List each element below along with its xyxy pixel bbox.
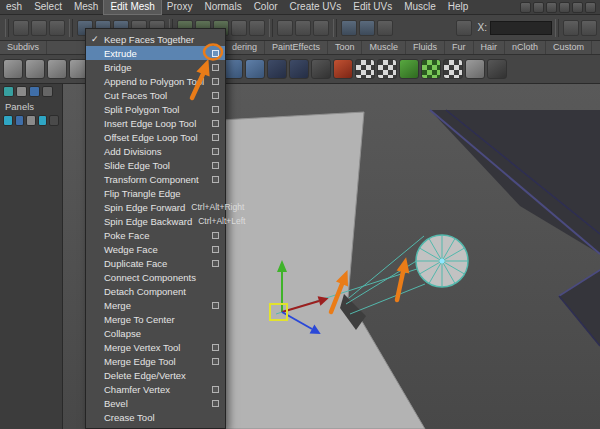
menu-edit-uvs[interactable]: Edit UVs bbox=[347, 0, 398, 14]
menu-item-spin-edge-forward[interactable]: Spin Edge ForwardCtrl+Alt+Right bbox=[86, 200, 225, 214]
option-box-icon[interactable] bbox=[212, 78, 219, 85]
menu-item-collapse[interactable]: Collapse bbox=[86, 326, 225, 340]
menu-item-keep-faces-together[interactable]: ✓Keep Faces Together bbox=[86, 32, 225, 46]
subdiv-sphere-icon[interactable] bbox=[223, 59, 243, 79]
x-coordinate-input[interactable] bbox=[490, 21, 552, 35]
option-box-icon[interactable] bbox=[212, 260, 219, 267]
menu-item-cut-faces-tool[interactable]: Cut Faces Tool bbox=[86, 88, 225, 102]
render-view-icon[interactable] bbox=[49, 115, 59, 126]
displacement-icon[interactable] bbox=[443, 59, 463, 79]
toolbar-icon[interactable] bbox=[585, 2, 596, 13]
toolbar-icon[interactable] bbox=[520, 2, 531, 13]
shelf-tab-muscle[interactable]: Muscle bbox=[362, 41, 406, 54]
menu-item-merge-vertex-tool[interactable]: Merge Vertex Tool bbox=[86, 340, 225, 354]
option-box-icon[interactable] bbox=[212, 106, 219, 113]
shelf-tab-painteffects[interactable]: PaintEffects bbox=[265, 41, 328, 54]
menu-item-poke-face[interactable]: Poke Face bbox=[86, 228, 225, 242]
lambert-material-icon[interactable] bbox=[421, 59, 441, 79]
camera-icon[interactable] bbox=[311, 59, 331, 79]
option-box-icon[interactable] bbox=[212, 344, 219, 351]
shelf-tab-toon[interactable]: Toon bbox=[328, 41, 363, 54]
option-box-icon[interactable] bbox=[212, 232, 219, 239]
section-divider[interactable] bbox=[69, 19, 73, 37]
option-box-icon[interactable] bbox=[212, 50, 219, 57]
menu-select[interactable]: Select bbox=[28, 0, 68, 14]
ipr-render-icon[interactable] bbox=[359, 20, 375, 36]
shelf-tab-custom[interactable]: Custom bbox=[546, 41, 592, 54]
option-box-icon[interactable] bbox=[212, 162, 219, 169]
shelf-tab-fur[interactable]: Fur bbox=[445, 41, 474, 54]
menu-item-bevel[interactable]: Bevel bbox=[86, 396, 225, 410]
hypergraph-icon[interactable] bbox=[38, 115, 48, 126]
option-box-icon[interactable] bbox=[212, 246, 219, 253]
menu-item-flip-triangle-edge[interactable]: Flip Triangle Edge bbox=[86, 186, 225, 200]
menu-item-spin-edge-backward[interactable]: Spin Edge BackwardCtrl+Alt+Left bbox=[86, 214, 225, 228]
menu-item-extrude[interactable]: Extrude bbox=[86, 46, 225, 60]
menu-color[interactable]: Color bbox=[248, 0, 284, 14]
render-settings-icon[interactable] bbox=[377, 20, 393, 36]
section-divider[interactable] bbox=[333, 19, 337, 37]
single-pane-layout-icon[interactable] bbox=[3, 86, 14, 97]
section-divider[interactable] bbox=[269, 19, 273, 37]
menu-edit-mesh[interactable]: Edit Mesh bbox=[104, 0, 160, 14]
menu-item-duplicate-face[interactable]: Duplicate Face bbox=[86, 256, 225, 270]
option-box-icon[interactable] bbox=[212, 358, 219, 365]
menu-normals[interactable]: Normals bbox=[198, 0, 247, 14]
nurbs-circle-icon[interactable] bbox=[267, 59, 287, 79]
persp-outliner-layout-icon[interactable] bbox=[29, 86, 40, 97]
toolbar-icon[interactable] bbox=[546, 2, 557, 13]
spot-light-icon[interactable] bbox=[333, 59, 353, 79]
menu-create-uvs[interactable]: Create UVs bbox=[284, 0, 348, 14]
menu-item-delete-edge-vertex[interactable]: Delete Edge/Vertex bbox=[86, 368, 225, 382]
menu-item-crease-tool[interactable]: Crease Tool bbox=[86, 410, 225, 424]
menu-item-merge[interactable]: Merge bbox=[86, 298, 225, 312]
ramp-texture-icon[interactable] bbox=[377, 59, 397, 79]
utility-node-icon[interactable] bbox=[465, 59, 485, 79]
shelf-tab-rendering[interactable]: dering bbox=[225, 41, 265, 54]
menu-muscle[interactable]: Muscle bbox=[398, 0, 442, 14]
toolbar-icon[interactable] bbox=[559, 2, 570, 13]
four-pane-layout-icon[interactable] bbox=[16, 86, 27, 97]
graph-editor-icon[interactable] bbox=[26, 115, 36, 126]
menu-item-transform-component[interactable]: Transform Component bbox=[86, 172, 225, 186]
construction-history-icon[interactable] bbox=[313, 20, 329, 36]
poly-cylinder-icon[interactable] bbox=[47, 59, 67, 79]
menu-item-merge-edge-tool[interactable]: Merge Edge Tool bbox=[86, 354, 225, 368]
output-connections-icon[interactable] bbox=[295, 20, 311, 36]
option-box-icon[interactable] bbox=[212, 148, 219, 155]
perspective-view-icon[interactable] bbox=[3, 115, 13, 126]
menu-item-detach-component[interactable]: Detach Component bbox=[86, 284, 225, 298]
section-divider[interactable] bbox=[5, 19, 9, 37]
menu-item-offset-edge-loop-tool[interactable]: Offset Edge Loop Tool bbox=[86, 130, 225, 144]
open-scene-icon[interactable] bbox=[31, 20, 47, 36]
attribute-editor-toggle-icon[interactable] bbox=[563, 20, 579, 36]
option-box-icon[interactable] bbox=[212, 120, 219, 127]
option-box-icon[interactable] bbox=[212, 176, 219, 183]
blinn-material-icon[interactable] bbox=[399, 59, 419, 79]
channel-box-toggle-icon[interactable] bbox=[581, 20, 597, 36]
option-box-icon[interactable] bbox=[212, 64, 219, 71]
menu-item-bridge[interactable]: Bridge bbox=[86, 60, 225, 74]
menu-help[interactable]: Help bbox=[442, 0, 475, 14]
toolbar-icon[interactable] bbox=[533, 2, 544, 13]
hypershade-layout-icon[interactable] bbox=[42, 86, 53, 97]
poly-sphere-icon[interactable] bbox=[25, 59, 45, 79]
checker-texture-icon[interactable] bbox=[355, 59, 375, 79]
nurbs-square-icon[interactable] bbox=[289, 59, 309, 79]
toolbar-icon[interactable] bbox=[572, 2, 583, 13]
outliner-panel-icon[interactable] bbox=[15, 115, 25, 126]
menu-proxy[interactable]: Proxy bbox=[161, 0, 199, 14]
menu-item-chamfer-vertex[interactable]: Chamfer Vertex bbox=[86, 382, 225, 396]
menu-mesh-partial[interactable]: esh bbox=[0, 0, 28, 14]
render-current-frame-icon[interactable] bbox=[341, 20, 357, 36]
menu-item-wedge-face[interactable]: Wedge Face bbox=[86, 242, 225, 256]
section-divider[interactable] bbox=[555, 19, 559, 37]
menu-item-merge-to-center[interactable]: Merge To Center bbox=[86, 312, 225, 326]
make-live-icon[interactable] bbox=[249, 20, 265, 36]
menu-item-add-divisions[interactable]: Add Divisions bbox=[86, 144, 225, 158]
option-box-icon[interactable] bbox=[212, 302, 219, 309]
option-box-icon[interactable] bbox=[212, 400, 219, 407]
shelf-tab-subdivs[interactable]: Subdivs bbox=[0, 41, 47, 54]
poly-cube-icon[interactable] bbox=[3, 59, 23, 79]
shelf-tab-hair[interactable]: Hair bbox=[474, 41, 506, 54]
